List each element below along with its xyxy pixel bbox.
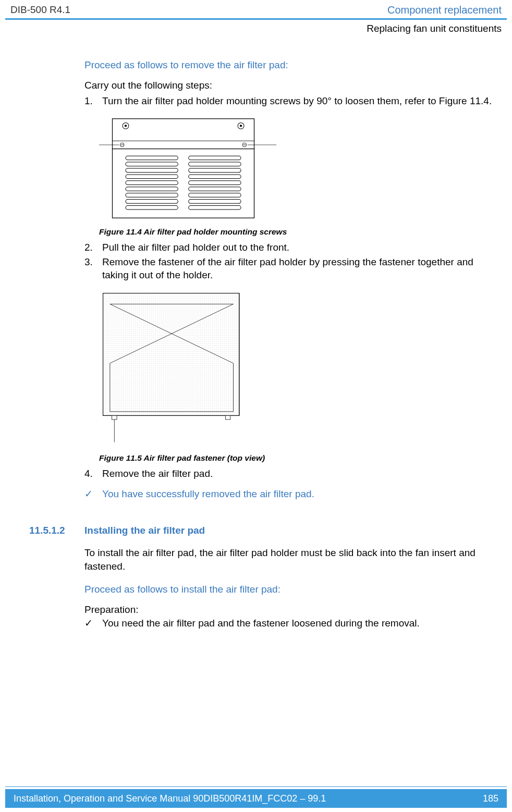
step-number: 1. <box>84 94 102 108</box>
svg-rect-41 <box>112 415 117 420</box>
section-breadcrumb: Replacing fan unit constituents <box>0 20 512 35</box>
step-number: 4. <box>84 467 102 481</box>
step-number: 3. <box>84 255 102 282</box>
section-title: Installing the air filter pad <box>84 524 205 537</box>
page-number: 185 <box>483 792 498 805</box>
subsection-heading: 11.5.1.2 Installing the air filter pad <box>29 524 502 537</box>
success-text: You have successfully removed the air fi… <box>102 487 314 501</box>
main-content: Proceed as follows to remove the air fil… <box>0 35 512 630</box>
step-item: 4. Remove the air filter pad. <box>84 467 502 481</box>
figure-caption: Figure 11.4 Air filter pad holder mounti… <box>99 227 502 238</box>
filter-holder-diagram <box>99 115 276 222</box>
page-header: DIB-500 R4.1 Component replacement <box>0 0 512 18</box>
step-text: Pull the air filter pad holder out to th… <box>102 241 502 254</box>
step-item: 1. Turn the air filter pad holder mounti… <box>84 94 502 108</box>
check-icon: ✓ <box>84 617 102 630</box>
page-footer: Installation, Operation and Service Manu… <box>0 786 512 812</box>
step-text: Turn the air filter pad holder mounting … <box>102 94 502 108</box>
figure-caption: Figure 11.5 Air filter pad fastener (top… <box>99 453 502 464</box>
step-number: 2. <box>84 241 102 254</box>
check-icon: ✓ <box>84 487 102 501</box>
step-list-2: 2. Pull the air filter pad holder out to… <box>84 241 502 282</box>
step-list-1: 1. Turn the air filter pad holder mounti… <box>84 94 502 108</box>
prep-item: ✓ You need the air filter pad and the fa… <box>84 617 502 630</box>
step-text: Remove the fastener of the air filter pa… <box>102 255 502 282</box>
doc-id: DIB-500 R4.1 <box>10 3 70 17</box>
figure-11-5: Figure 11.5 Air filter pad fastener (top… <box>99 289 502 463</box>
success-line: ✓ You have successfully removed the air … <box>84 487 502 501</box>
section-paragraph: To install the air filter pad, the air f… <box>84 546 502 573</box>
step-list-3: 4. Remove the air filter pad. <box>84 467 502 481</box>
svg-point-4 <box>240 125 242 127</box>
step-item: 3. Remove the fastener of the air filter… <box>84 255 502 282</box>
footer-rule <box>5 786 507 787</box>
step-text: Remove the air filter pad. <box>102 467 502 481</box>
footer-doc-ref: Installation, Operation and Service Manu… <box>14 792 326 805</box>
prep-text: You need the air filter pad and the fast… <box>102 617 420 630</box>
procedure-heading-2: Proceed as follows to install the air fi… <box>84 583 502 596</box>
svg-rect-33 <box>103 293 239 416</box>
procedure-heading: Proceed as follows to remove the air fil… <box>84 58 502 72</box>
footer-bar: Installation, Operation and Service Manu… <box>5 789 507 808</box>
svg-point-2 <box>125 125 127 127</box>
chapter-title: Component replacement <box>387 3 502 17</box>
intro-text: Carry out the following steps: <box>84 79 502 92</box>
preparation-list: ✓ You need the air filter pad and the fa… <box>84 617 502 630</box>
svg-rect-42 <box>225 415 230 420</box>
figure-11-4: Figure 11.4 Air filter pad holder mounti… <box>99 115 502 238</box>
svg-rect-12 <box>113 149 254 218</box>
preparation-label: Preparation: <box>84 603 502 617</box>
fastener-top-view-diagram <box>99 289 247 447</box>
step-item: 2. Pull the air filter pad holder out to… <box>84 241 502 254</box>
section-number: 11.5.1.2 <box>29 524 84 537</box>
svg-rect-0 <box>113 118 254 149</box>
